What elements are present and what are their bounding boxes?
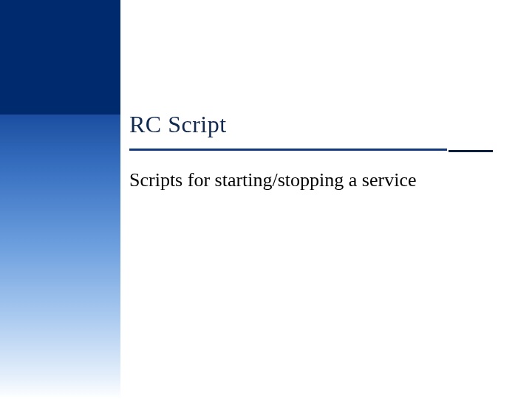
title-rule-shadow <box>449 150 493 152</box>
slide: RC Script Scripts for starting/stopping … <box>0 0 532 399</box>
top-left-band <box>0 0 120 115</box>
side-gradient-band <box>0 115 120 399</box>
content-area: RC Script Scripts for starting/stopping … <box>129 111 502 191</box>
slide-subtitle: Scripts for starting/stopping a service <box>129 169 502 191</box>
slide-title: RC Script <box>129 111 502 138</box>
title-rule-line <box>129 149 447 151</box>
title-rule <box>129 146 502 153</box>
